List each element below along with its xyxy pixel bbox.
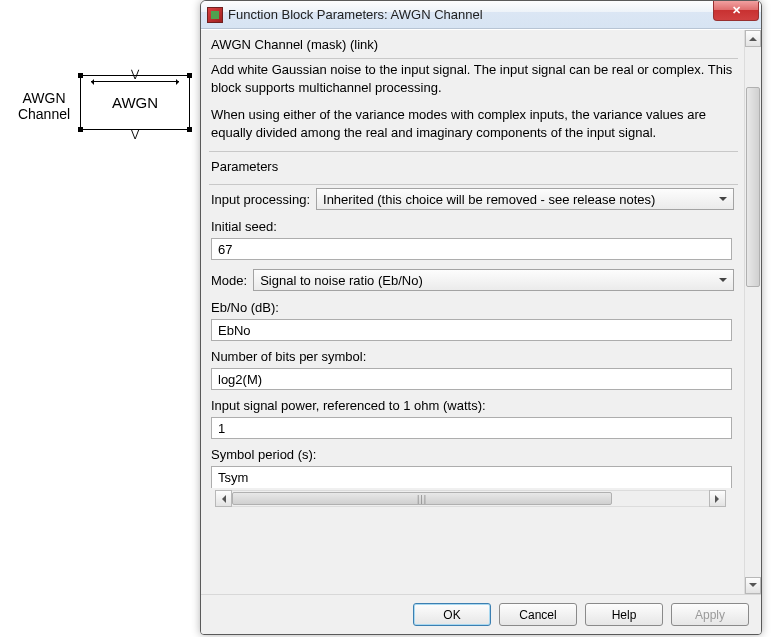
- input-processing-row: Input processing: Inherited (this choice…: [209, 185, 744, 213]
- symbol-period-label: Symbol period (s):: [209, 441, 744, 466]
- mode-value: Signal to noise ratio (Eb/No): [260, 273, 423, 288]
- symbol-period-input[interactable]: [211, 466, 732, 488]
- dialog-button-row: OK Cancel Help Apply: [201, 594, 761, 634]
- app-icon: [207, 7, 223, 23]
- close-button[interactable]: ✕: [713, 1, 759, 21]
- simulink-block[interactable]: AWGN ⋁ ⋁: [80, 75, 190, 130]
- chevron-down-icon: [749, 583, 757, 591]
- vscroll-track[interactable]: [745, 47, 761, 577]
- block-label-line2: Channel: [18, 106, 70, 122]
- block-inner-arrow: [91, 81, 179, 85]
- ebno-input[interactable]: [211, 319, 732, 341]
- chevron-up-icon: [749, 33, 757, 41]
- apply-button: Apply: [671, 603, 749, 626]
- description-paragraph-2: When using either of the variance modes …: [209, 104, 744, 149]
- cancel-button[interactable]: Cancel: [499, 603, 577, 626]
- input-processing-value: Inherited (this choice will be removed -…: [323, 192, 655, 207]
- mode-row: Mode: Signal to noise ratio (Eb/No): [209, 266, 744, 294]
- chevron-right-icon: [715, 495, 723, 503]
- mode-dropdown[interactable]: Signal to noise ratio (Eb/No): [253, 269, 734, 291]
- selection-handle[interactable]: [78, 73, 83, 78]
- dialog-body: AWGN Channel (mask) (link) Add white Gau…: [201, 29, 761, 594]
- selection-handle[interactable]: [78, 127, 83, 132]
- initial-seed-label: Initial seed:: [209, 213, 744, 238]
- ok-button[interactable]: OK: [413, 603, 491, 626]
- help-button[interactable]: Help: [585, 603, 663, 626]
- block-label-line1: AWGN: [22, 90, 65, 106]
- input-processing-label: Input processing:: [211, 192, 310, 207]
- block-port-bottom[interactable]: ⋁: [131, 128, 139, 139]
- block-port-top[interactable]: ⋁: [131, 68, 139, 79]
- content-area: AWGN Channel (mask) (link) Add white Gau…: [201, 30, 744, 594]
- vscroll-down-button[interactable]: [745, 577, 761, 594]
- hscroll-right-button[interactable]: [709, 490, 726, 507]
- titlebar[interactable]: Function Block Parameters: AWGN Channel …: [201, 1, 761, 29]
- simulink-block-name: AWGN Channel: [15, 90, 73, 122]
- hscroll-left-button[interactable]: [215, 490, 232, 507]
- selection-handle[interactable]: [187, 73, 192, 78]
- close-icon: ✕: [732, 4, 741, 17]
- vertical-scrollbar[interactable]: [744, 30, 761, 594]
- bits-per-symbol-input[interactable]: [211, 368, 732, 390]
- description-paragraph-1: Add white Gaussian noise to the input si…: [209, 59, 744, 104]
- vscroll-thumb[interactable]: [746, 87, 760, 287]
- window-title: Function Block Parameters: AWGN Channel: [228, 7, 713, 22]
- hscroll-track[interactable]: |||: [232, 490, 709, 507]
- hscroll-grip-icon: |||: [417, 494, 427, 504]
- chevron-left-icon: [218, 495, 226, 503]
- mask-title: AWGN Channel (mask) (link): [209, 34, 744, 56]
- parameters-dialog: Function Block Parameters: AWGN Channel …: [200, 0, 762, 635]
- selection-handle[interactable]: [187, 127, 192, 132]
- vscroll-up-button[interactable]: [745, 30, 761, 47]
- input-processing-dropdown[interactable]: Inherited (this choice will be removed -…: [316, 188, 734, 210]
- parameters-header: Parameters: [209, 152, 744, 182]
- hscroll-thumb[interactable]: |||: [232, 492, 612, 505]
- mode-label: Mode:: [211, 273, 247, 288]
- input-power-label: Input signal power, referenced to 1 ohm …: [209, 392, 744, 417]
- initial-seed-input[interactable]: [211, 238, 732, 260]
- ebno-label: Eb/No (dB):: [209, 294, 744, 319]
- bits-per-symbol-label: Number of bits per symbol:: [209, 343, 744, 368]
- horizontal-scrollbar[interactable]: |||: [215, 490, 726, 507]
- input-power-input[interactable]: [211, 417, 732, 439]
- block-text: AWGN: [112, 94, 158, 111]
